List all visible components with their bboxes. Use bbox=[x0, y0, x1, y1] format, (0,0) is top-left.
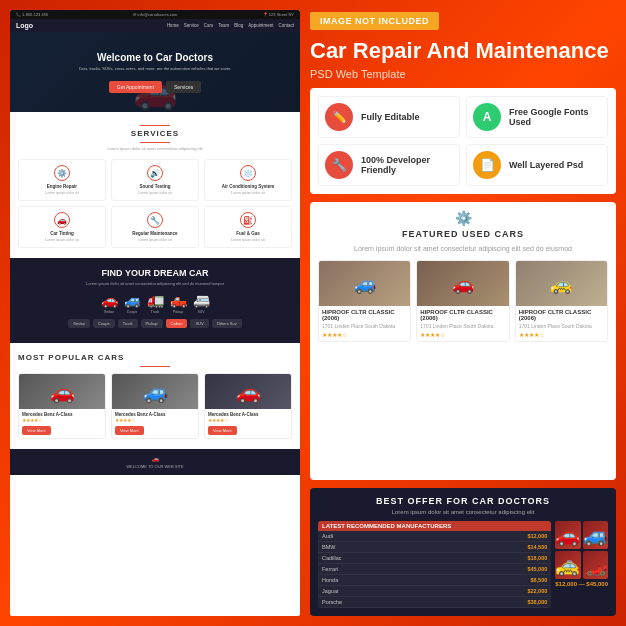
dev-friendly-label: 100% Developer Friendly bbox=[361, 155, 453, 175]
car-icon-truck[interactable]: 🚛Truck bbox=[147, 292, 164, 314]
service-engine-name: Engine Repair bbox=[24, 184, 100, 189]
featured-car-2-detail: 1701 Linden Place South Dakota bbox=[420, 323, 505, 329]
featured-cars-title: FEATURED USED CARS bbox=[318, 229, 608, 239]
featured-used-cars-section: ⚙️ FEATURED USED CARS Lorem ipsum dolor … bbox=[310, 202, 616, 480]
car-thumb-2: 🚙 bbox=[583, 521, 608, 549]
footer-logo: 🚗 bbox=[16, 455, 294, 462]
sound-testing-icon: 🔊 bbox=[147, 165, 163, 181]
section-line-2 bbox=[140, 142, 170, 143]
car-type-icons: 🚗Sedan 🚙Coupe 🚛Truck 🛻Pickup 🚐SUV bbox=[18, 292, 292, 314]
popular-car-3-info: Mercedes Benz A-Class ★★★★☆ View More bbox=[205, 409, 291, 438]
featured-car-3-info: HIPROOF CLTR CLASSIC (2006) 1701 Linden … bbox=[516, 306, 607, 341]
car-icon-sedan[interactable]: 🚗Sedan bbox=[101, 292, 118, 314]
offer-label-porsche: Porsche bbox=[322, 599, 342, 605]
filter-suv[interactable]: SUV bbox=[190, 319, 208, 328]
nav-cars[interactable]: Cars bbox=[204, 23, 214, 28]
popular-car-3: 🚗 Mercedes Benz A-Class ★★★★☆ View More bbox=[204, 373, 292, 439]
services-title: SERVICES bbox=[18, 129, 292, 138]
offer-table: LATEST RECOMMENDED MANUFACTURERS Audi $1… bbox=[318, 521, 551, 608]
maintenance-icon: 🔧 bbox=[147, 212, 163, 228]
popular-car-2: 🚙 Mercedes Benz A-Class ★★★★☆ View More bbox=[111, 373, 199, 439]
site-address: 📍 123 Street NY bbox=[263, 12, 294, 17]
offer-value-jaguar: $22,000 bbox=[527, 588, 547, 594]
filter-sedan[interactable]: Sedan bbox=[68, 319, 90, 328]
filter-truck[interactable]: Truck bbox=[118, 319, 138, 328]
car-icon-coupe[interactable]: 🚙Coupe bbox=[124, 292, 141, 314]
popular-car-3-stars: ★★★★☆ bbox=[208, 417, 288, 423]
hero-services-btn[interactable]: Services bbox=[166, 81, 201, 93]
featured-car-1-detail: 1701 Linden Place South Dakota bbox=[322, 323, 407, 329]
nav-blog[interactable]: Blog bbox=[234, 23, 243, 28]
featured-car-3-detail: 1701 Linden Place South Dakota bbox=[519, 323, 604, 329]
services-desc: Lorem ipsum dolor sit amet consectetur a… bbox=[18, 146, 292, 151]
section-line bbox=[140, 125, 170, 126]
service-tinting: 🚗 Car Tinting Lorem ipsum dolor sit bbox=[18, 206, 106, 248]
google-fonts-icon: A bbox=[473, 103, 501, 131]
car-type-filters: Sedan Coupe Truck Pickup Cabrio SUV Othe… bbox=[18, 319, 292, 328]
service-maintenance: 🔧 Regular Maintenance Lorem ipsum dolor … bbox=[111, 206, 199, 248]
tinting-icon: 🚗 bbox=[54, 212, 70, 228]
popular-cars-grid: 🚗 Mercedes Benz A-Class ★★★★☆ View More … bbox=[18, 373, 292, 439]
featured-car-2-stars: ★★★★☆ bbox=[420, 331, 505, 338]
service-tinting-name: Car Tinting bbox=[24, 231, 100, 236]
service-sound-name: Sound Testing bbox=[117, 184, 193, 189]
car-thumbs-grid: 🚗 🚙 🚕 🏎️ bbox=[555, 521, 608, 579]
dream-car-section: FIND YOUR DREAM CAR Lorem ipsum dolor si… bbox=[10, 258, 300, 343]
page-wrapper: 📞 1-800-123 456 ✉ info@carsdoctors.com 📍… bbox=[0, 0, 626, 626]
nav-service[interactable]: Service bbox=[184, 23, 199, 28]
site-logo: Logo bbox=[16, 22, 33, 29]
offer-grid: LATEST RECOMMENDED MANUFACTURERS Audi $1… bbox=[318, 521, 608, 608]
service-fuel: ⛽ Fuel & Gas Lorem ipsum dolor sit bbox=[204, 206, 292, 248]
nav-home[interactable]: Home bbox=[167, 23, 179, 28]
filter-cabrio[interactable]: Cabrio bbox=[166, 319, 188, 328]
product-info: Car Repair And Maintenance PSD Web Templ… bbox=[310, 38, 616, 80]
filter-coupe[interactable]: Coupe bbox=[93, 319, 115, 328]
popular-cars-section: MOST POPULAR CARS 🚗 Mercedes Benz A-Clas… bbox=[10, 343, 300, 449]
car-icon-suv[interactable]: 🚐SUV bbox=[193, 292, 210, 314]
popular-car-1-img: 🚗 bbox=[19, 374, 105, 409]
offer-label-cadillac: Cadillac bbox=[322, 555, 342, 561]
popular-car-1-btn[interactable]: View More bbox=[22, 426, 51, 435]
nav-appointment[interactable]: Appointment bbox=[248, 23, 273, 28]
site-preview: 📞 1-800-123 456 ✉ info@carsdoctors.com 📍… bbox=[10, 10, 300, 616]
offer-table-header: LATEST RECOMMENDED MANUFACTURERS bbox=[318, 521, 551, 531]
site-footer: 🚗 WELCOME TO OUR WEB SITE bbox=[10, 449, 300, 475]
popular-car-1-info: Mercedes Benz A-Class ★★★★☆ View More bbox=[19, 409, 105, 438]
service-engine-repair: ⚙️ Engine Repair Lorem ipsum dolor sit bbox=[18, 159, 106, 201]
car-icon-pickup[interactable]: 🛻Pickup bbox=[170, 292, 187, 314]
offer-row-honda: Honda $8,500 bbox=[318, 575, 551, 586]
service-ac: ❄️ Air Conditioning System Lorem ipsum d… bbox=[204, 159, 292, 201]
offer-value-audi: $12,000 bbox=[527, 533, 547, 539]
featured-car-3-stars: ★★★★☆ bbox=[519, 331, 604, 338]
service-ac-name: Air Conditioning System bbox=[210, 184, 286, 189]
nav-team[interactable]: Team bbox=[218, 23, 229, 28]
offer-label-ferrari: Ferrari bbox=[322, 566, 338, 572]
offer-value-bmw: $14,500 bbox=[527, 544, 547, 550]
well-layered-label: Well Layered Psd bbox=[509, 160, 583, 170]
nav-contact[interactable]: Contact bbox=[278, 23, 294, 28]
feature-dev-friendly: 🔧 100% Developer Friendly bbox=[318, 144, 460, 186]
offer-row-audi: Audi $12,000 bbox=[318, 531, 551, 542]
fully-editable-icon: ✏️ bbox=[325, 103, 353, 131]
popular-car-2-btn[interactable]: View More bbox=[115, 426, 144, 435]
popular-car-2-img: 🚙 bbox=[112, 374, 198, 409]
filter-others[interactable]: Others Suv bbox=[212, 319, 242, 328]
featured-car-1-info: HIPROOF CLTR CLASSIC (2006) 1701 Linden … bbox=[319, 306, 410, 341]
site-services-section: SERVICES Lorem ipsum dolor sit amet cons… bbox=[10, 112, 300, 258]
services-grid: ⚙️ Engine Repair Lorem ipsum dolor sit 🔊… bbox=[18, 159, 292, 248]
hero-appointment-btn[interactable]: Get Appointment bbox=[109, 81, 162, 93]
featured-car-3-name: HIPROOF CLTR CLASSIC (2006) bbox=[519, 309, 604, 321]
offer-car-thumbs: 🚗 🚙 🚕 🏎️ $12,000 — $45,000 bbox=[555, 521, 608, 608]
filter-pickup[interactable]: Pickup bbox=[141, 319, 163, 328]
service-maintenance-name: Regular Maintenance bbox=[117, 231, 193, 236]
car-thumb-4: 🏎️ bbox=[583, 551, 608, 579]
feature-google-fonts: A Free Google Fonts Used bbox=[466, 96, 608, 138]
featured-car-2: 🚗 HIPROOF CLTR CLASSIC (2006) 1701 Linde… bbox=[416, 260, 509, 342]
offer-row-bmw: BMW $14,500 bbox=[318, 542, 551, 553]
car-thumb-3: 🚕 bbox=[555, 551, 580, 579]
image-not-included-badge: IMAGE NOT INCLUDED bbox=[310, 10, 616, 30]
website-preview-panel: 📞 1-800-123 456 ✉ info@carsdoctors.com 📍… bbox=[10, 10, 300, 616]
offer-label-audi: Audi bbox=[322, 533, 333, 539]
service-fuel-name: Fuel & Gas bbox=[210, 231, 286, 236]
popular-car-3-btn[interactable]: View More bbox=[208, 426, 237, 435]
